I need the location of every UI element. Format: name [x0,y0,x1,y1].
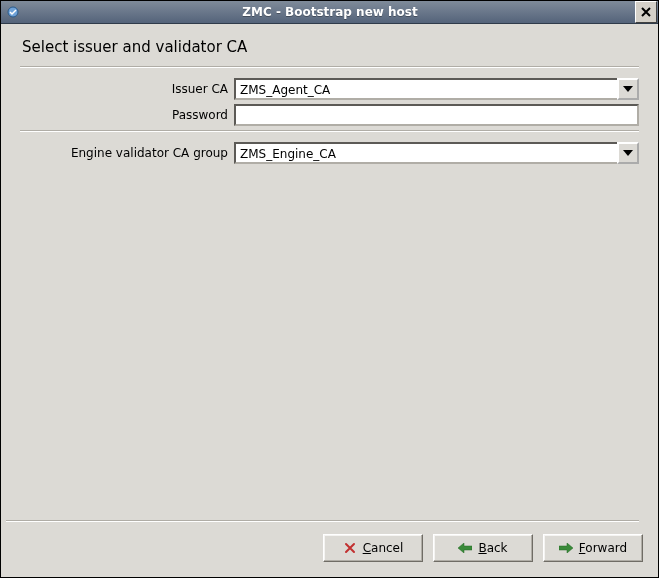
separator [6,520,639,522]
combo-engine-validator-value: ZMS_Engine_CA [234,142,617,164]
label-engine-validator: Engine validator CA group [20,146,234,160]
forward-button[interactable]: Forward [543,534,643,562]
chevron-down-icon [623,150,633,156]
page-heading: Select issuer and validator CA [22,38,639,56]
combo-issuer-ca[interactable]: ZMS_Agent_CA [234,78,639,100]
titlebar[interactable]: ZMC - Bootstrap new host [1,1,658,24]
row-engine-validator: Engine validator CA group ZMS_Engine_CA [20,142,639,164]
combo-engine-validator[interactable]: ZMS_Engine_CA [234,142,639,164]
label-password: Password [20,108,234,122]
cancel-label: Cancel [363,541,404,555]
separator [20,66,639,68]
back-icon [458,541,472,555]
input-password[interactable] [234,104,639,126]
row-password: Password [20,104,639,126]
window-title: ZMC - Bootstrap new host [25,5,635,19]
dialog-window: ZMC - Bootstrap new host Select issuer a… [0,0,659,578]
cancel-button[interactable]: Cancel [323,534,423,562]
row-issuer-ca: Issuer CA ZMS_Agent_CA [20,78,639,100]
combo-issuer-ca-value: ZMS_Agent_CA [234,78,617,100]
close-button[interactable] [635,1,657,23]
combo-engine-validator-button[interactable] [617,142,639,164]
separator [20,130,639,132]
label-issuer-ca: Issuer CA [20,82,234,96]
chevron-down-icon [623,86,633,92]
app-icon [5,4,21,20]
back-label: Back [478,541,507,555]
button-bar: Cancel Back Forward [2,520,657,576]
forward-label: Forward [579,541,627,555]
client-area: Select issuer and validator CA Issuer CA… [2,24,657,576]
back-button[interactable]: Back [433,534,533,562]
cancel-icon [343,541,357,555]
forward-icon [559,541,573,555]
close-icon [641,7,651,17]
combo-issuer-ca-button[interactable] [617,78,639,100]
